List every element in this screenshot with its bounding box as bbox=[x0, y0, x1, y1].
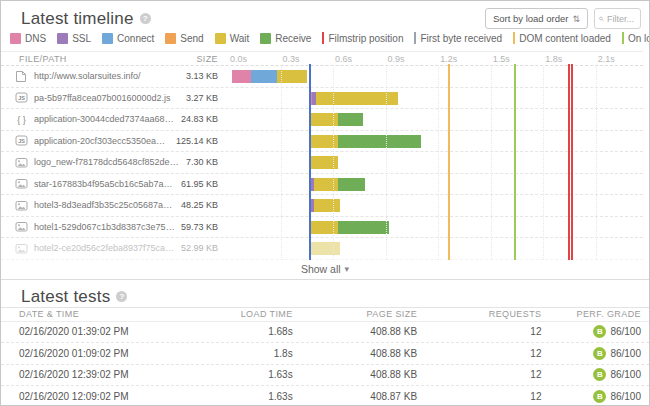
timeline-row[interactable]: logo_new-f78178dcd5648cf852de92bd9ab7c68… bbox=[1, 152, 643, 174]
waterfall-bar-track bbox=[228, 109, 643, 130]
legend-item-connect: Connect bbox=[102, 33, 154, 44]
test-perf-grade: B86/100 bbox=[541, 347, 641, 360]
file-size: 7.30 KB bbox=[186, 157, 228, 167]
file-path: application-30044cded7374aa68af9334504e6… bbox=[34, 114, 175, 124]
sort-arrows-icon: ⇅ bbox=[572, 14, 580, 24]
bar-segment-receive bbox=[338, 178, 364, 191]
waterfall-bar-track bbox=[228, 217, 643, 238]
legend-label: Wait bbox=[230, 33, 250, 44]
timeline-row[interactable]: hotel2-ce20d56c2feba8937f75ca5858b3410c7… bbox=[1, 238, 643, 260]
timeline-section: Latest timeline ? Sort by load order ⇅ D… bbox=[1, 1, 649, 276]
timeline-row-info: hotel3-8d3eadf3b35c25c05687a7094d1ccd0c8… bbox=[1, 199, 228, 212]
axis-tick-label: 2.1s bbox=[598, 54, 615, 64]
show-all-button[interactable]: Show all ▾ bbox=[1, 262, 649, 276]
test-row[interactable]: 02/16/2020 01:09:02 PM1.8s408.88 KB12B86… bbox=[1, 343, 649, 365]
tests-rows: 02/16/2020 01:39:02 PM1.68s408.88 KB12B8… bbox=[1, 322, 649, 406]
filter-input[interactable] bbox=[607, 14, 637, 24]
help-icon[interactable]: ? bbox=[116, 291, 127, 302]
document-icon bbox=[15, 70, 28, 83]
file-path: http://www.solarsuites.info/ bbox=[34, 71, 180, 81]
axis-tick-label: 1.5s bbox=[493, 54, 510, 64]
test-load-time: 1.63s bbox=[206, 369, 293, 380]
axis-tick-label: 0.6s bbox=[335, 54, 352, 64]
image-file-icon bbox=[15, 242, 28, 255]
wait-icon bbox=[215, 33, 226, 44]
timeline-row[interactable]: JSapplication-20cf303ecc5350eae60aa168d2… bbox=[1, 131, 643, 153]
svg-text:{ }: { } bbox=[17, 115, 26, 125]
test-row[interactable]: 02/16/2020 12:09:02 PM1.63s408.87 KB12B8… bbox=[1, 386, 649, 406]
legend-item-filmstrip-position: Filmstrip position bbox=[322, 32, 403, 44]
help-icon[interactable]: ? bbox=[140, 13, 151, 24]
timeline-row-info: { }application-30044cded7374aa68af933450… bbox=[1, 113, 228, 126]
file-path: hotel1-529d067c1b3d8387c3e75126e8f9a73e3… bbox=[34, 222, 175, 232]
bar-segment-wait bbox=[314, 199, 340, 212]
test-requests: 12 bbox=[417, 391, 541, 402]
timeline-header: Latest timeline ? Sort by load order ⇅ bbox=[1, 1, 649, 29]
timeline-row[interactable]: hotel3-8d3eadf3b35c25c05687a7094d1ccd0c8… bbox=[1, 195, 643, 217]
performance-dashboard: Latest timeline ? Sort by load order ⇅ D… bbox=[0, 0, 650, 406]
grade-badge: B bbox=[593, 347, 606, 360]
legend-label: SSL bbox=[72, 33, 91, 44]
test-perf-grade: B86/100 bbox=[541, 390, 641, 403]
bar-segment-wait bbox=[314, 178, 339, 191]
file-size: 61.95 KB bbox=[181, 179, 228, 189]
file-size: 125.14 KB bbox=[176, 136, 228, 146]
image-file-icon bbox=[15, 199, 28, 212]
axis-tick-label: 1.2s bbox=[440, 54, 457, 64]
timeline-row-info: JSpa-5b97ffa8cea07b00160000d2.js3.27 KB bbox=[1, 91, 228, 104]
legend-item-send: Send bbox=[165, 33, 203, 44]
waterfall-header: FILE/PATH SIZE 0.0s0.3s0.6s0.9s1.2s1.5s1… bbox=[1, 51, 643, 66]
timeline-row[interactable]: JSpa-5b97ffa8cea07b00160000d2.js3.27 KB bbox=[1, 88, 643, 110]
bar-segment-connect bbox=[251, 70, 277, 83]
receive-icon bbox=[260, 33, 271, 44]
js-file-icon: JS bbox=[15, 134, 28, 147]
file-size: 48.25 KB bbox=[181, 200, 228, 210]
legend-label: DOM content loaded bbox=[519, 33, 611, 44]
legend-label: On load bbox=[628, 33, 650, 44]
test-requests: 12 bbox=[417, 348, 541, 359]
waterfall-bar-track bbox=[228, 238, 643, 259]
test-row[interactable]: 02/16/2020 01:39:02 PM1.68s408.88 KB12B8… bbox=[1, 322, 649, 344]
timeline-row[interactable]: http://www.solarsuites.info/3.13 KB bbox=[1, 66, 643, 88]
timeline-row[interactable]: star-167883b4f95a5cb16c5ab7aa322ab69af0f… bbox=[1, 174, 643, 196]
bar-segment-dns bbox=[232, 70, 251, 83]
test-row[interactable]: 02/16/2020 12:39:02 PM1.63s408.88 KB12B8… bbox=[1, 365, 649, 387]
sort-order-button[interactable]: Sort by load order ⇅ bbox=[485, 8, 588, 29]
file-path: hotel3-8d3eadf3b35c25c05687a7094d1ccd0c8… bbox=[34, 200, 175, 210]
timeline-axis: 0.0s0.3s0.6s0.9s1.2s1.5s1.8s2.1s bbox=[228, 52, 643, 65]
timeline-rows: http://www.solarsuites.info/3.13 KBJSpa-… bbox=[1, 66, 643, 260]
timeline-row[interactable]: { }application-30044cded7374aa68af933450… bbox=[1, 109, 643, 131]
bar-segment-wait bbox=[310, 113, 338, 126]
column-perf-grade: PERF. GRADE bbox=[541, 309, 641, 319]
test-datetime: 02/16/2020 01:39:02 PM bbox=[19, 326, 206, 337]
filmstrip-position-icon bbox=[322, 32, 324, 44]
legend-label: Send bbox=[180, 33, 203, 44]
on-load-icon bbox=[622, 32, 624, 44]
test-page-size: 408.88 KB bbox=[293, 369, 417, 380]
axis-tick-label: 0.9s bbox=[388, 54, 405, 64]
connect-icon bbox=[102, 33, 113, 44]
legend-item-dom-content-loaded: DOM content loaded bbox=[513, 32, 611, 44]
legend-label: DNS bbox=[25, 33, 46, 44]
tests-table-header: DATE & TIME LOAD TIME PAGE SIZE REQUESTS… bbox=[1, 307, 649, 322]
ssl-icon bbox=[57, 33, 68, 44]
bar-segment-wait bbox=[310, 156, 338, 169]
test-page-size: 408.88 KB bbox=[293, 326, 417, 337]
axis-tick-label: 1.8s bbox=[545, 54, 562, 64]
test-perf-grade: B86/100 bbox=[541, 325, 641, 338]
filter-box[interactable] bbox=[594, 8, 641, 29]
bar-segment-wait bbox=[316, 92, 398, 105]
timeline-row[interactable]: hotel1-529d067c1b3d8387c3e75126e8f9a73e3… bbox=[1, 217, 643, 239]
axis-tick-label: 0.0s bbox=[230, 54, 247, 64]
legend-item-dns: DNS bbox=[10, 33, 46, 44]
file-path: application-20cf303ecc5350eae60aa168d23a… bbox=[34, 136, 170, 146]
column-requests: REQUESTS bbox=[417, 309, 541, 319]
column-page-size: PAGE SIZE bbox=[293, 309, 417, 319]
test-load-time: 1.68s bbox=[206, 326, 293, 337]
bar-segment-wait bbox=[310, 135, 338, 148]
grade-score: 86/100 bbox=[610, 326, 641, 337]
bar-segment-receive bbox=[338, 221, 389, 234]
timeline-row-info: hotel1-529d067c1b3d8387c3e75126e8f9a73e3… bbox=[1, 220, 228, 233]
file-size: 3.27 KB bbox=[186, 93, 228, 103]
tests-section: Latest tests ? DATE & TIME LOAD TIME PAG… bbox=[1, 280, 649, 406]
